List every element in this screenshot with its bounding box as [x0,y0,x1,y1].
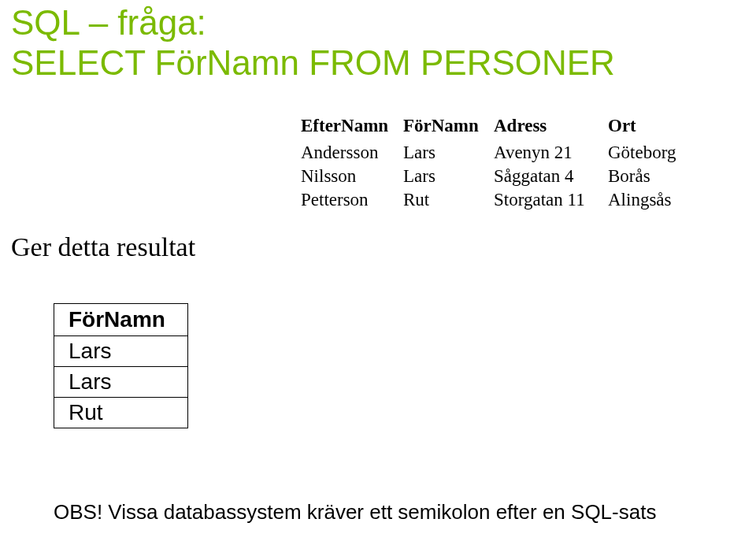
cell: Lars [54,336,188,367]
cell: Såggatan 4 [494,165,608,188]
table-header-row: FörNamn [54,304,188,336]
table-row: Rut [54,398,188,428]
col-header: FörNamn [403,114,494,141]
slide-title: SQL – fråga: SELECT FörNamn FROM PERSONE… [11,3,615,83]
table-row: Andersson Lars Avenyn 21 Göteborg [301,141,687,165]
cell: Petterson [301,188,403,212]
cell: Göteborg [608,141,687,165]
cell: Lars [403,141,494,165]
col-header: EfterNamn [301,114,403,141]
col-header: Adress [494,114,608,141]
cell: Storgatan 11 [494,188,608,212]
cell: Avenyn 21 [494,141,608,165]
cell: Nilsson [301,165,403,188]
table-row: Lars [54,367,188,398]
result-table: FörNamn Lars Lars Rut [54,303,188,428]
cell: Lars [54,367,188,398]
result-col-header: FörNamn [54,304,188,336]
col-header: Ort [608,114,687,141]
title-line-2: SELECT FörNamn FROM PERSONER [11,43,615,83]
source-table: EfterNamn FörNamn Adress Ort Andersson L… [301,114,687,212]
table-row: Petterson Rut Storgatan 11 Alingsås [301,188,687,212]
result-table-container: FörNamn Lars Lars Rut [54,303,188,428]
note-text: OBS! Vissa databassystem kräver ett semi… [54,500,656,524]
cell: Rut [403,188,494,212]
cell: Andersson [301,141,403,165]
cell: Alingsås [608,188,687,212]
source-table-container: EfterNamn FörNamn Adress Ort Andersson L… [301,114,687,212]
table-row: Nilsson Lars Såggatan 4 Borås [301,165,687,188]
table-header-row: EfterNamn FörNamn Adress Ort [301,114,687,141]
cell: Lars [403,165,494,188]
cell: Rut [54,398,188,428]
cell: Borås [608,165,687,188]
table-row: Lars [54,336,188,367]
result-label: Ger detta resultat [11,232,195,262]
title-line-1: SQL – fråga: [11,3,615,43]
